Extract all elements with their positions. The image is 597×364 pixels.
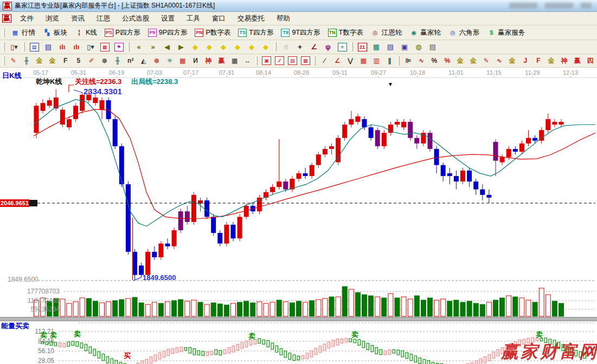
win-angle-icon[interactable]: 赢 [572, 55, 583, 67]
gold-circle-icon[interactable]: 金 [454, 55, 466, 67]
next-bar-icon[interactable]: ▶ [175, 41, 188, 53]
toolbar-grip[interactable] [2, 42, 5, 51]
menu-item-5[interactable]: 公式选股 [116, 13, 155, 24]
gold-angle-icon[interactable]: 金 [545, 55, 557, 67]
shen-angle-icon[interactable]: 神 [559, 55, 570, 67]
grid-comb-icon[interactable]: ╫ [21, 55, 33, 67]
info-panel-icon[interactable]: ▤ [42, 41, 55, 53]
hspan-icon[interactable]: ↔ [242, 55, 254, 67]
diamond-plus-icon[interactable]: ◆ [259, 41, 272, 53]
toolbar-grip[interactable] [2, 56, 5, 66]
mirror-angle-icon[interactable]: ◭ [138, 55, 150, 67]
diamond-left-icon[interactable]: ◆ [189, 41, 202, 53]
shen-grid-icon[interactable]: 神 [203, 55, 215, 67]
kline-button[interactable]: ╏K线 [71, 27, 101, 39]
fan2-icon[interactable]: ∠ [331, 55, 343, 67]
kline-period-dropdown[interactable]: ▯▾ [8, 41, 21, 53]
gold-square2-icon[interactable]: 金 [47, 55, 59, 67]
pattern-search-icon[interactable]: ✳ [336, 41, 349, 53]
calendar-icon[interactable]: 21 [356, 41, 369, 53]
red-web-icon[interactable]: ▦ [177, 55, 189, 67]
win-grid-icon[interactable]: 赢 [216, 55, 228, 67]
last-bar-icon[interactable]: » [146, 41, 159, 53]
winner-wheel-button[interactable]: ◉赢家轮 [406, 27, 445, 39]
comb-icon[interactable]: ╫ [112, 55, 124, 67]
diamond-star-icon[interactable]: ◆ [245, 41, 258, 53]
menu-item-1[interactable]: 文件 [14, 13, 40, 24]
diamond-expand-icon[interactable]: ◆ [217, 41, 230, 53]
prev-bar-icon[interactable]: ◀ [161, 41, 174, 53]
notes-icon[interactable]: ▤ [384, 41, 397, 53]
bars3-icon[interactable]: ılı [56, 41, 69, 53]
pattern-box-icon[interactable]: ▩ [98, 41, 111, 53]
9t-square-button[interactable]: T99T四方形 [277, 27, 324, 39]
menu-item-10[interactable]: 帮助 [271, 13, 296, 24]
menu-item-4[interactable]: 江恩 [91, 13, 116, 24]
gold-square-icon[interactable]: 金 [34, 55, 46, 67]
red-grid2-icon[interactable]: ▥ [370, 55, 382, 67]
menu-item-9[interactable]: 交易委托 [232, 13, 271, 24]
p-square-button[interactable]: PSP四方形 [101, 27, 144, 39]
pane-divider[interactable] [0, 317, 597, 321]
fan-box-icon[interactable]: ▨ [286, 55, 298, 67]
angle-measure-icon[interactable]: ∠ [307, 41, 320, 53]
vlines-icon[interactable]: ⋁ [344, 55, 356, 67]
menu-item-3[interactable]: 资讯 [65, 13, 91, 24]
t-square-button[interactable]: TST四方形 [234, 27, 277, 39]
teal-web-icon[interactable]: ✳ [164, 55, 176, 67]
layout-grid-icon[interactable]: ▣ [260, 55, 272, 67]
diamond-4way-icon[interactable]: ◆ [231, 41, 244, 53]
first-bar-icon[interactable]: « [132, 41, 145, 53]
menu-item-7[interactable]: 工具 [181, 13, 206, 24]
wave2-icon[interactable]: ∿ [493, 55, 505, 67]
clock-grid-icon[interactable]: ⊕ [99, 55, 111, 67]
gann-wheel-button[interactable]: ◎江恩轮 [367, 27, 406, 39]
n2-grid-icon[interactable]: n² [125, 55, 137, 67]
j-angle-icon[interactable]: J [519, 55, 531, 67]
percent-icon[interactable]: % [428, 55, 440, 67]
trend-line-icon[interactable]: ∕ [318, 55, 330, 67]
menu-item-6[interactable]: 设置 [155, 13, 181, 24]
brush-icon[interactable]: ✎ [480, 55, 492, 67]
calculator-icon[interactable]: ▦ [370, 41, 383, 53]
crosshair-icon[interactable]: + [293, 41, 306, 53]
flag-chart-icon[interactable]: ⚑ [112, 41, 125, 53]
wave-mark-icon[interactable]: И [190, 55, 202, 67]
bars9-icon[interactable]: ılı [70, 41, 83, 53]
gann-target-icon[interactable]: ⊕ [151, 55, 163, 67]
menu-item-8[interactable]: 窗口 [206, 13, 232, 24]
f-angle-icon[interactable]: F [532, 55, 544, 67]
browser-icon[interactable]: ◍ [412, 41, 425, 53]
fan-lines-icon[interactable]: ∕∕ [273, 55, 285, 67]
menu-item-2[interactable]: 浏览 [40, 13, 65, 24]
four-angle-icon[interactable]: 四 [585, 55, 596, 67]
panel-label-daily-kline[interactable]: 日K线 [2, 71, 21, 81]
t-number-table-button[interactable]: TNT数字表 [324, 27, 367, 39]
f-grid-icon[interactable]: F [60, 55, 72, 67]
compress-view-icon[interactable]: ▤ [28, 41, 41, 53]
pen-angle-icon[interactable]: ✐ [86, 55, 98, 67]
five-grid-icon[interactable]: 5 [73, 55, 85, 67]
toolbar-grip[interactable] [2, 28, 5, 37]
fork-tool-icon[interactable]: ψ [322, 41, 335, 53]
p-number-table-button[interactable]: PNP数字表 [191, 27, 234, 39]
grid-box-icon[interactable]: ▦ [299, 55, 311, 67]
save-icon[interactable]: ▣ [398, 41, 411, 53]
price-tag-handle[interactable] [29, 200, 37, 206]
candle-style-dropdown[interactable]: ▯▾ [84, 41, 97, 53]
hexagon-button[interactable]: ◎六角形 [445, 27, 484, 39]
9p-square-button[interactable]: P99P四方形 [144, 27, 191, 39]
gold-hline-icon[interactable]: 金 [467, 55, 479, 67]
sectors-button[interactable]: ▚板块 [39, 27, 71, 39]
pen-tool-icon[interactable]: ✎ [8, 55, 20, 67]
scale-ruler-icon[interactable]: ⊫ [402, 55, 414, 67]
parallel-lines-icon[interactable]: ∥ [383, 55, 395, 67]
print-icon[interactable]: ▤ [426, 41, 439, 53]
chart-area[interactable]: 日K线 乾坤K线 关注线=2236.3 出局线=2238.3 2334.3301… [0, 68, 597, 364]
quotes-button[interactable]: ▦行情 [7, 27, 39, 39]
red-grid-icon[interactable]: ▦ [357, 55, 369, 67]
diamond-right-icon[interactable]: ◆ [203, 41, 216, 53]
grid123-icon[interactable]: ▦ [229, 55, 241, 67]
gold-angle0-icon[interactable]: 金 [506, 55, 518, 67]
winner-service-button[interactable]: $赢家服务 [483, 27, 529, 39]
